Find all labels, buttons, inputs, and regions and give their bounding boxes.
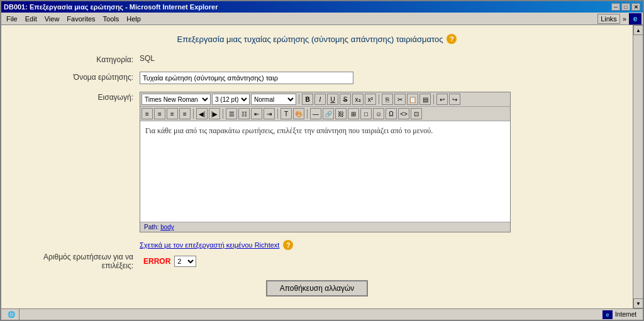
html-button[interactable]: <> [398,108,409,119]
query-name-row: Όνομα ερώτησης: [14,72,620,84]
scroll-up-button[interactable]: ▲ [633,25,643,35]
content-area: Επεξεργασία μιας τυχαίας ερώτησης (σύντο… [1,25,643,308]
scrollbar: ▲ ▼ [633,25,643,308]
toolbar-separator-6 [277,109,278,119]
bold-button[interactable]: B [302,94,313,105]
editor-path: Path: body [140,222,510,232]
page-title-row: Επεξεργασία μιας τυχαίας ερώτησης (σύντο… [14,34,620,44]
font-color-button[interactable]: T [280,108,292,119]
horizontal-rule-button[interactable]: — [310,108,321,119]
title-bar: DB001: Επεξεργασία μιας ερώτησης - Micro… [1,1,643,13]
links-area: Links » e [597,13,641,24]
undo-button[interactable]: ↩ [436,94,448,105]
cut-button[interactable]: ✂ [394,94,406,105]
menu-bar: File Edit View Favorites Tools Help Link… [1,13,643,25]
increase-indent-button[interactable]: ⇥ [264,108,275,119]
path-value: body [160,224,174,231]
num-questions-label: Αριθμός ερωτήσεων για να επιλέξεις: [14,253,140,270]
page-title: Επεξεργασία μιας τυχαίας ερώτησης (σύντο… [177,35,443,44]
font-select[interactable]: Times New Roman [142,94,211,105]
minimize-button[interactable]: ─ [611,3,620,11]
close-button[interactable]: ✕ [631,3,640,11]
richtext-link[interactable]: Σχετικά με τον επεξεργαστή κειμένου Rich… [140,241,279,249]
category-row: Κατηγορία: SQL [14,54,620,64]
align-right-button[interactable]: ≡ [167,108,178,119]
richtext-help-icon[interactable]: ? [283,240,293,250]
save-button[interactable]: Αποθήκευση αλλαγών [266,280,369,297]
toolbar-separator-7 [307,109,308,119]
align-left-button[interactable]: ≡ [142,108,153,119]
underline-button[interactable]: U [327,94,338,105]
num-questions-select[interactable]: 2 1 3 4 5 [174,256,196,267]
menu-view[interactable]: View [41,14,64,24]
unlink-button[interactable]: ⛓ [335,108,347,119]
toolbar-separator-2 [379,94,379,104]
title-help-icon[interactable]: ? [447,34,457,44]
error-badge: ERROR [143,257,170,266]
links-arrow: » [623,15,626,23]
align-center-button[interactable]: ≡ [154,108,165,119]
paste-text-button[interactable]: ▤ [419,94,431,105]
toolbar-separator-3 [433,94,434,104]
menu-favorites[interactable]: Favorites [63,14,99,24]
image-button[interactable]: □ [360,108,372,119]
scroll-track[interactable] [633,35,643,298]
indent-left-button[interactable]: ◀| [196,108,208,119]
browser-window: DB001: Επεξεργασία μιας ερώτησης - Micro… [0,0,644,321]
decrease-indent-button[interactable]: ⇤ [251,108,262,119]
ie-small-icon: e [602,310,613,319]
paste-button[interactable]: 📋 [407,94,418,105]
page-content: Επεξεργασία μιας τυχαίας ερώτησης (σύντο… [1,25,633,308]
query-name-label: Όνομα ερώτησης: [14,72,140,82]
table-button[interactable]: ⊞ [348,108,359,119]
copy-button[interactable]: ⎘ [382,94,393,105]
introduction-row: Εισαγωγή: Times New Roman 3 (12 pt) Norm… [14,92,620,232]
style-select[interactable]: Normal [251,94,296,105]
redo-button[interactable]: ↪ [449,94,460,105]
status-icon: 🌐 [8,311,15,318]
strikethrough-button[interactable]: S [340,94,351,105]
menu-edit[interactable]: Edit [21,14,41,24]
maximize-button[interactable]: □ [621,3,630,11]
smiley-button[interactable]: ☺ [373,108,384,119]
status-internet: e Internet [599,310,640,319]
toolbar-row2: ≡ ≡ ≡ ≡ ◀| |▶ ☰ ☷ ⇤ ⇥ T 🎨 [140,107,510,121]
special-char-button[interactable]: Ω [386,108,397,119]
italic-button[interactable]: I [314,94,326,105]
highlight-button[interactable]: 🎨 [293,108,304,119]
category-value: SQL [140,54,155,63]
introduction-label: Εισαγωγή: [14,92,140,102]
size-select[interactable]: 3 (12 pt) [212,94,250,105]
editor-body[interactable]: Για κάθε μια από τις παρακάτω ερωτήσεις,… [140,121,510,222]
links-button[interactable]: Links [597,14,620,24]
menu-tools[interactable]: Tools [99,14,123,24]
ordered-list-button[interactable]: ☷ [238,108,250,119]
superscript-button[interactable]: x² [365,94,376,105]
status-bar: 🌐 e Internet [1,308,643,320]
align-justify-button[interactable]: ≡ [179,108,191,119]
title-bar-controls: ─ □ ✕ [611,3,640,11]
richtext-editor: Times New Roman 3 (12 pt) Normal B I U S [140,92,511,232]
toolbar-separator-1 [299,94,299,104]
status-section-main: 🌐 [4,309,19,320]
query-name-input[interactable] [140,72,353,84]
toolbar-separator-4 [193,109,194,119]
subscript-button[interactable]: x₂ [352,94,364,105]
category-label: Κατηγορία: [14,54,140,64]
fullscreen-button[interactable]: ⊡ [411,108,422,119]
window-title: DB001: Επεξεργασία μιας ερώτησης - Micro… [4,3,218,11]
toolbar-row1: Times New Roman 3 (12 pt) Normal B I U S [140,92,510,107]
link-button[interactable]: 🔗 [323,108,334,119]
path-label: Path: [144,224,160,231]
unordered-list-button[interactable]: ☰ [226,108,237,119]
richtext-info-row: Σχετικά με τον επεξεργαστή κειμένου Rich… [14,240,620,250]
ie-logo: e [629,13,641,24]
menu-help[interactable]: Help [123,14,145,24]
toolbar-separator-5 [223,109,223,119]
questions-row: Αριθμός ερωτήσεων για να επιλέξεις: ERRO… [14,253,620,270]
indent-right-button[interactable]: |▶ [209,108,220,119]
scroll-down-button[interactable]: ▼ [633,298,643,308]
menu-file[interactable]: File [3,14,21,24]
zone-label: Internet [615,311,636,318]
